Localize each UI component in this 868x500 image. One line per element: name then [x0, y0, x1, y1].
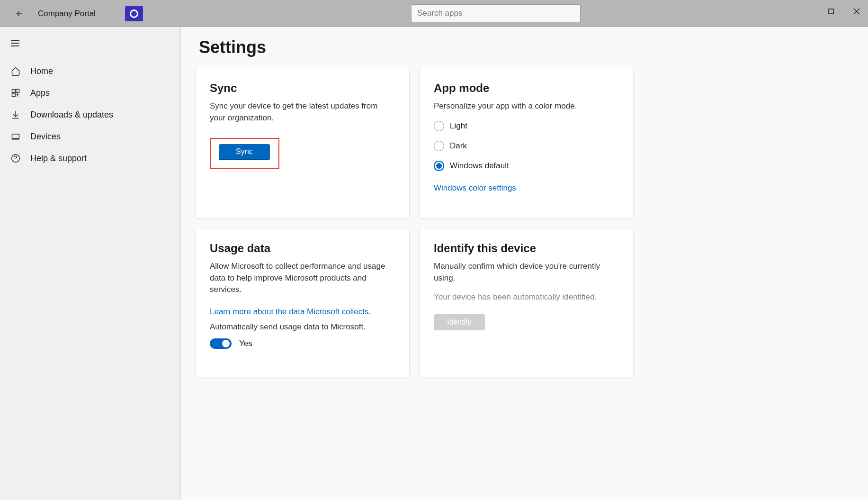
- home-icon: [10, 66, 21, 76]
- radio-label: Windows default: [450, 161, 509, 171]
- radio-circle-checked-icon: [434, 161, 444, 171]
- card-usage-desc: Allow Microsoft to collect performance a…: [210, 261, 395, 296]
- help-icon: [10, 153, 21, 164]
- usage-toggle[interactable]: [210, 338, 232, 349]
- usage-toggle-state: Yes: [239, 339, 252, 348]
- sidebar-item-label: Downloads & updates: [30, 110, 113, 120]
- sidebar: Home Apps Downloads & updates Devices He: [0, 27, 181, 500]
- learn-more-link[interactable]: Learn more about the data Microsoft coll…: [210, 307, 371, 317]
- windows-color-settings-link[interactable]: Windows color settings: [434, 183, 516, 193]
- card-identify-desc: Manually confirm which device you're cur…: [434, 261, 619, 284]
- sidebar-item-downloads[interactable]: Downloads & updates: [0, 104, 180, 126]
- search-input[interactable]: [411, 4, 581, 22]
- usage-toggle-caption: Automatically send usage data to Microso…: [210, 322, 395, 332]
- svg-rect-3: [12, 93, 16, 97]
- apps-icon: [10, 88, 21, 98]
- maximize-button[interactable]: [825, 6, 837, 17]
- devices-icon: [10, 131, 21, 142]
- radio-label: Light: [450, 121, 467, 131]
- radio-label: Dark: [450, 141, 467, 151]
- title-bar: Company Portal: [0, 0, 868, 27]
- radio-light[interactable]: Light: [434, 121, 619, 131]
- card-usage-title: Usage data: [210, 242, 395, 255]
- card-app-mode: App mode Personalize your app with a col…: [419, 68, 634, 218]
- radio-circle-icon: [434, 121, 444, 131]
- card-sync-title: Sync: [210, 82, 395, 95]
- svg-rect-4: [12, 134, 19, 138]
- sidebar-item-label: Devices: [30, 132, 61, 142]
- back-button[interactable]: [12, 7, 27, 21]
- download-icon: [10, 109, 21, 120]
- svg-rect-1: [12, 90, 16, 93]
- page-title: Settings: [199, 37, 854, 57]
- card-sync: Sync Sync your device to get the latest …: [195, 68, 410, 218]
- identify-button[interactable]: Identify: [434, 314, 485, 330]
- app-logo-icon: [125, 6, 143, 21]
- close-button[interactable]: [851, 6, 862, 17]
- card-appmode-desc: Personalize your app with a color mode.: [434, 100, 619, 112]
- radio-windows-default[interactable]: Windows default: [434, 161, 619, 171]
- card-usage-data: Usage data Allow Microsoft to collect pe…: [195, 228, 410, 377]
- main-content: Settings Sync Sync your device to get th…: [181, 27, 868, 500]
- sidebar-item-help[interactable]: Help & support: [0, 147, 180, 169]
- sidebar-item-home[interactable]: Home: [0, 60, 180, 82]
- card-appmode-title: App mode: [434, 82, 619, 95]
- sidebar-item-apps[interactable]: Apps: [0, 82, 180, 104]
- sidebar-item-label: Apps: [30, 88, 50, 98]
- card-identify-title: Identify this device: [434, 242, 619, 255]
- sync-highlight: Sync: [210, 138, 279, 169]
- sidebar-item-devices[interactable]: Devices: [0, 126, 180, 147]
- card-sync-desc: Sync your device to get the latest updat…: [210, 100, 395, 124]
- app-title: Company Portal: [38, 9, 96, 18]
- hamburger-button[interactable]: [0, 36, 180, 53]
- sidebar-item-label: Home: [30, 66, 53, 76]
- svg-rect-2: [16, 90, 19, 93]
- svg-rect-0: [829, 9, 833, 14]
- identify-status: Your device has been automatically ident…: [434, 292, 619, 302]
- window-controls: [825, 0, 862, 19]
- sidebar-item-label: Help & support: [30, 154, 87, 164]
- card-identify: Identify this device Manually confirm wh…: [419, 228, 634, 377]
- radio-dark[interactable]: Dark: [434, 141, 619, 151]
- radio-circle-icon: [434, 141, 444, 151]
- sync-button[interactable]: Sync: [219, 144, 270, 160]
